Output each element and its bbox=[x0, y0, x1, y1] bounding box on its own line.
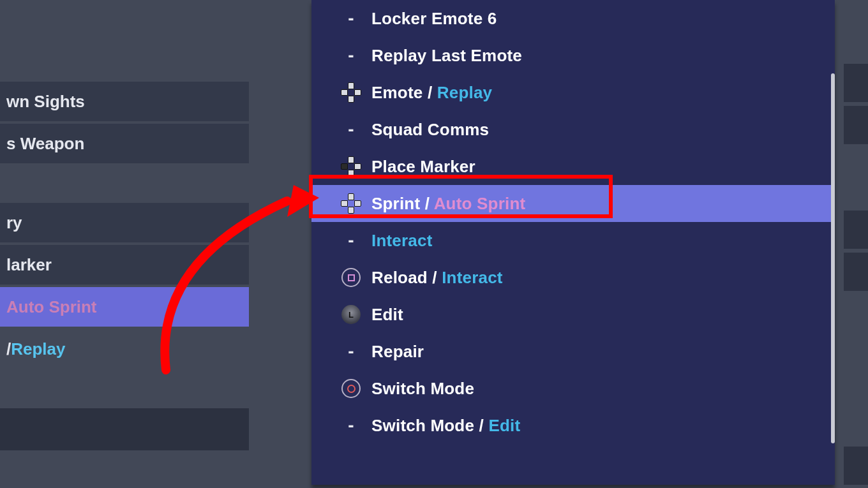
circle-button-icon bbox=[341, 379, 361, 398]
bind-row-sprint-auto-sprint[interactable]: Sprint / Auto Sprint bbox=[311, 185, 835, 222]
dash-icon: - bbox=[348, 415, 354, 436]
dpad-left-icon bbox=[341, 156, 361, 177]
l-stick-icon: L bbox=[341, 305, 361, 324]
scrollbar[interactable] bbox=[831, 73, 835, 443]
bind-row-place-marker[interactable]: Place Marker bbox=[311, 148, 835, 185]
dash-icon: - bbox=[348, 119, 354, 140]
dash-icon: - bbox=[348, 230, 354, 251]
left-row-selected[interactable]: Auto Sprint bbox=[0, 287, 249, 327]
left-row[interactable]: wn Sights bbox=[0, 82, 249, 121]
dpad-icon bbox=[341, 193, 361, 214]
bind-row-edit[interactable]: L Edit bbox=[311, 296, 835, 333]
bind-row-emote-replay[interactable]: Emote / Replay bbox=[311, 74, 835, 111]
bind-row-switch-mode[interactable]: Switch Mode bbox=[311, 370, 835, 407]
left-row[interactable]: / Replay bbox=[0, 329, 249, 369]
bind-row-reload-interact[interactable]: Reload / Interact bbox=[311, 259, 835, 296]
dash-icon: - bbox=[348, 45, 354, 66]
keybind-panel: - Locker Emote 6 - Replay Last Emote Emo… bbox=[311, 0, 835, 485]
bind-row-squad-comms[interactable]: - Squad Comms bbox=[311, 111, 835, 148]
right-edge-block bbox=[844, 447, 868, 488]
dpad-icon bbox=[341, 82, 361, 103]
bind-row-replay-last-emote[interactable]: - Replay Last Emote bbox=[311, 37, 835, 74]
bind-row-interact[interactable]: - Interact bbox=[311, 222, 835, 259]
bind-row-switch-mode-edit[interactable]: - Switch Mode / Edit bbox=[311, 407, 835, 444]
right-edge-block bbox=[844, 211, 868, 295]
left-row bbox=[0, 408, 249, 450]
bind-row-repair[interactable]: - Repair bbox=[311, 333, 835, 370]
dash-icon: - bbox=[348, 341, 354, 362]
left-panel: wn Sights s Weapon ry larker Auto Sprint… bbox=[0, 0, 249, 488]
left-row[interactable]: ry bbox=[0, 203, 249, 242]
dash-icon: - bbox=[348, 8, 354, 29]
square-button-icon bbox=[341, 268, 361, 287]
bind-row-locker-emote-6[interactable]: - Locker Emote 6 bbox=[311, 0, 835, 37]
right-edge-block bbox=[844, 64, 868, 148]
left-row[interactable]: larker bbox=[0, 245, 249, 285]
left-row[interactable]: s Weapon bbox=[0, 124, 249, 163]
